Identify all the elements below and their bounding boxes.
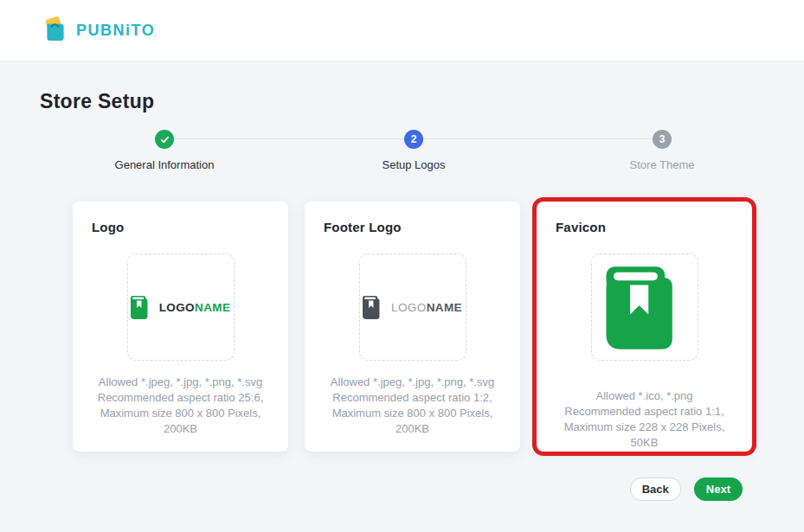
book-icon [363,296,386,319]
logo-requirements-text: Allowed *.jpeg, *.jpg, *.png, *.svg Reco… [87,375,274,437]
step-2-setup-logos[interactable]: 2 [404,130,423,149]
requirement-line: Allowed *.jpeg, *.jpg, *.png, *.svg [318,375,506,390]
requirement-line: 200KB [87,421,274,437]
card-logo: Logo LOGONAME Allowed *.jpeg, *.jpg, *.p… [73,202,288,452]
book-icon [131,296,154,319]
logoname-placeholder: LOGONAME [159,301,231,314]
brand-name: PUBNiTO [76,22,155,40]
requirement-line: Maximum size 800 x 800 Pixels, [318,406,506,421]
requirement-line: Maximum size 800 x 800 Pixels, [87,406,274,421]
pubnito-book-icon [42,16,69,45]
step-1-label: General Information [115,158,215,171]
step-1-general-information[interactable] [155,130,174,149]
app-header: PUBNiTO [0,0,804,61]
logoname-placeholder: LOGONAME [391,301,462,314]
next-button[interactable]: Next [694,478,743,501]
step-3-label: Store Theme [630,158,695,171]
favicon-requirements-text: Allowed *.ico, *.png Recommended aspect … [550,388,738,451]
check-icon [159,134,170,145]
card-footer-logo: Footer Logo LOGONAME Allowed *.jpeg, *.j… [305,202,520,452]
page-title: Store Setup [40,90,804,112]
setup-stepper: General Information 2 Setup Logos 3 Stor… [0,130,804,187]
card-footer-logo-title: Footer Logo [318,220,506,235]
back-button[interactable]: Back [630,478,681,501]
wizard-actions: Back Next [0,478,804,501]
brand-logo[interactable]: PUBNiTO [42,16,155,45]
book-icon [599,261,691,353]
step-2-number: 2 [411,133,417,145]
requirement-line: Maximum size 228 x 228 Pixels, 50KB [550,420,738,451]
logoname-part2: NAME [427,301,462,314]
requirement-line: Allowed *.ico, *.png [550,388,738,404]
card-logo-title: Logo [87,220,274,235]
requirement-line: 200KB [318,421,506,437]
step-3-store-theme[interactable]: 3 [653,130,672,149]
step-3-number: 3 [659,133,666,145]
requirement-line: Recommended aspect ratio 1:1, [550,404,738,420]
logo-cards-row: Logo LOGONAME Allowed *.jpeg, *.jpg, *.p… [73,202,752,452]
logoname-part1: LOGO [159,301,195,314]
logo-upload-dropzone[interactable]: LOGONAME [127,253,235,361]
footer-logo-requirements-text: Allowed *.jpeg, *.jpg, *.png, *.svg Reco… [318,375,506,437]
footer-logo-upload-dropzone[interactable]: LOGONAME [359,253,466,361]
card-favicon-title: Favicon [550,220,738,235]
logoname-part2: NAME [195,301,230,314]
favicon-upload-dropzone[interactable] [591,253,698,361]
requirement-line: Allowed *.jpeg, *.jpg, *.png, *.svg [87,375,274,390]
card-favicon-highlighted: Favicon Allowed *.ico, *.png Recommended… [537,202,752,452]
requirement-line: Recommended aspect ratio 1:2, [318,390,506,406]
logoname-part1: LOGO [391,301,427,314]
requirement-line: Recommended aspect ratio 25:6, [87,390,274,406]
step-2-label: Setup Logos [382,158,445,171]
